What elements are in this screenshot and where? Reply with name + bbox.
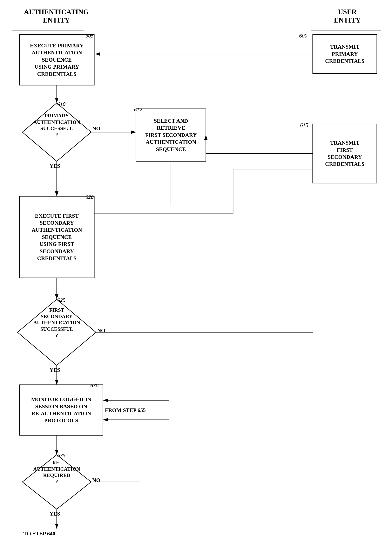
box-630-text: MONITOR LOGGED-INSESSION BASED ONRE-AUTH…: [19, 385, 103, 435]
diagram-container: AUTHENTICATING ENTITY USER ENTITY 600 TR…: [0, 0, 392, 548]
header-user-entity: USER ENTITY: [326, 8, 369, 26]
diamond-610-text: PRIMARYAUTHENTICATIONSUCCESSFUL?: [28, 113, 85, 138]
step-610-label: 610: [57, 101, 65, 107]
step-635-label: 635: [57, 452, 65, 459]
step-615-label: 615: [300, 122, 308, 128]
to-step-640-label: TO STEP 640: [23, 531, 55, 537]
box-605-text: EXECUTE PRIMARYAUTHENTICATIONSEQUENCEUSI…: [19, 35, 94, 85]
no-label-625: NO: [97, 327, 105, 334]
box-620-text: EXECUTE FIRSTSECONDARYAUTHENTICATIONSEQU…: [19, 196, 94, 278]
box-600-text: TRANSMITPRIMARYCREDENTIALS: [313, 35, 377, 73]
box-612-text: SELECT ANDRETRIEVEFIRST SECONDARYAUTHENT…: [136, 109, 206, 161]
box-615-text: TRANSMITFIRSTSECONDARYCREDENTIALS: [313, 124, 377, 183]
step-600-label: 600: [299, 33, 307, 39]
step-625-label: 625: [57, 297, 65, 303]
yes-label-635: YES: [49, 511, 60, 517]
diamond-635-text: RE-AUTHENTICATIONREQUIRED?: [25, 460, 88, 485]
header-authenticating-entity: AUTHENTICATING ENTITY: [23, 8, 89, 26]
no-label-635: NO: [92, 477, 100, 483]
no-label-610: NO: [92, 125, 100, 132]
yes-label-625: YES: [49, 367, 60, 373]
diamond-625-text: FIRSTSECONDARYAUTHENTICATIONSUCCESSFUL?: [21, 307, 92, 339]
yes-label-610: YES: [49, 163, 60, 169]
from-step-655-label: FROM STEP 655: [105, 407, 146, 413]
